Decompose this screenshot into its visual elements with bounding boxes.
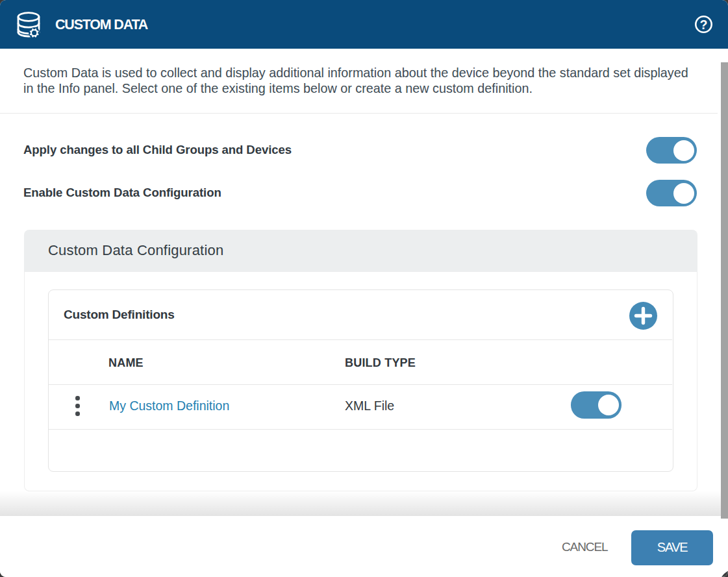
svg-text:?: ? (700, 18, 708, 32)
